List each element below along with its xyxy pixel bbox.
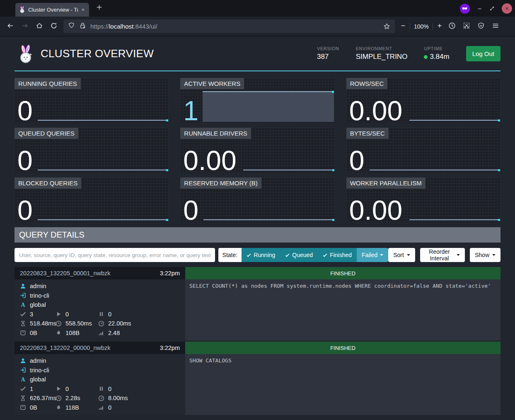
query-row: 20220823_132205_00001_nwbzk 3:22pm admin… <box>15 267 500 340</box>
caret-down-icon <box>380 254 383 256</box>
stat-value: 1 <box>183 97 198 124</box>
completed-splits: 3 <box>30 311 33 318</box>
cumulative-memory: 108B <box>65 330 80 336</box>
running-splits: 0 <box>65 386 69 392</box>
sparkline-filled <box>203 91 334 122</box>
svg-text:A: A <box>21 302 25 308</box>
stat-card-bytes-sec: BYTES/SEC 0 <box>346 128 500 172</box>
window-close-button[interactable] <box>502 3 512 14</box>
url-bar[interactable]: https://localhost:8443/ui/ <box>63 19 395 33</box>
menu-hamburger-button[interactable] <box>492 22 499 31</box>
show-dropdown[interactable]: Show <box>470 248 500 262</box>
back-button[interactable] <box>7 22 14 31</box>
reload-button[interactable] <box>50 22 58 31</box>
shield-icon[interactable] <box>68 22 75 31</box>
stat-value: 0 <box>17 197 33 224</box>
query-status-badge: FINISHED <box>185 267 500 279</box>
query-resource-group: global <box>30 376 46 383</box>
stat-card-queued-queries: QUEUED QUERIES 0 <box>15 128 169 172</box>
state-running-button[interactable]: Running <box>242 248 280 262</box>
tab-close-icon[interactable] <box>81 7 85 12</box>
query-status-badge: FINISHED <box>185 342 500 354</box>
tab-title: Cluster Overview - Trino <box>28 7 78 13</box>
new-tab-button[interactable] <box>96 4 102 10</box>
current-memory-scale-icon <box>20 404 26 410</box>
sparkline <box>38 170 168 170</box>
cumulative-memory-flame-icon <box>56 330 62 336</box>
url-text: https://localhost:8443/ui/ <box>90 23 157 30</box>
history-clock-button[interactable] <box>448 22 456 31</box>
cpu-time: 8.00ms <box>108 395 128 401</box>
caret-down-icon <box>492 254 496 256</box>
stat-card-rows-sec: ROWS/SEC 0.00 <box>346 78 500 123</box>
query-details-header: QUERY DETAILS <box>15 227 500 243</box>
search-input[interactable] <box>15 248 215 262</box>
state-label: State: <box>218 248 242 262</box>
lock-warning-icon[interactable] <box>79 22 86 31</box>
pocket-shield-button[interactable] <box>477 22 485 31</box>
queued-splits: 0 <box>108 386 111 392</box>
window-minimize-button[interactable] <box>477 6 482 11</box>
wall-time: 626.37ms <box>30 395 56 401</box>
current-memory: 0B <box>30 404 37 411</box>
queued-splits-icon <box>98 311 104 317</box>
parallelism: 0 <box>108 404 111 411</box>
state-queued-button[interactable]: Queued <box>280 248 318 262</box>
trino-cluster-overview-page: CLUSTER OVERVIEW VERSION 387 ENVIRONMENT… <box>0 36 515 420</box>
query-source: trino-cli <box>30 292 49 299</box>
sparkline <box>243 170 334 170</box>
screenshot-scissors-button[interactable] <box>463 22 470 31</box>
state-filter-group: State: Running Queued Finished Failed <box>218 248 389 262</box>
query-time: 3:22pm <box>160 345 180 351</box>
query-time: 3:22pm <box>160 270 180 277</box>
stat-card-blocked-queries: BLOCKED QUERIES 0 <box>15 177 169 222</box>
cpu-time-gauge-icon <box>98 395 104 401</box>
sparkline <box>38 219 168 220</box>
query-id-link[interactable]: 20220823_132205_00001_nwbzk <box>20 270 111 277</box>
current-memory: 0B <box>30 330 37 336</box>
query-sql-text: SELECT COUNT(*) as nodes FROM system.run… <box>185 279 500 340</box>
elapsed-time-clock-icon <box>56 320 62 327</box>
current-memory-scale-icon <box>20 330 26 336</box>
svg-text:A: A <box>21 376 25 383</box>
zoom-level-button[interactable]: 100% <box>414 23 429 30</box>
query-list: 20220823_132205_00001_nwbzk 3:22pm admin… <box>15 267 500 415</box>
forward-button[interactable] <box>21 22 29 31</box>
sort-dropdown[interactable]: Sort <box>388 248 415 262</box>
running-splits-icon <box>56 386 62 392</box>
check-icon <box>247 253 251 257</box>
state-finished-button[interactable]: Finished <box>318 248 357 262</box>
browser-tab[interactable]: Cluster Overview - Trino <box>15 3 89 17</box>
query-row: 20220823_132202_00000_nwbzk 3:22pm admin… <box>15 342 500 415</box>
wall-time-hourglass-icon <box>20 320 26 327</box>
browser-toolbar: https://localhost:8443/ui/ 100% <box>0 17 515 36</box>
query-id-link[interactable]: 20220823_132202_00000_nwbzk <box>20 345 111 351</box>
window-maximize-button[interactable] <box>489 6 495 11</box>
home-button[interactable] <box>36 22 43 31</box>
source-login-icon <box>20 292 26 299</box>
logout-button[interactable]: Log Out <box>466 46 500 61</box>
stat-card-active-workers: ACTIVE WORKERS 1 <box>180 78 334 123</box>
cumulative-memory: 118B <box>65 404 79 411</box>
elapsed-time-clock-icon <box>56 395 62 401</box>
zoom-out-button[interactable] <box>400 23 406 30</box>
user-icon <box>20 283 26 289</box>
reorder-interval-dropdown[interactable]: Reorder Interval <box>420 248 465 262</box>
zoom-in-button[interactable] <box>437 23 442 30</box>
caret-down-icon <box>457 254 460 256</box>
stat-value: 0 <box>349 147 365 174</box>
check-icon <box>285 253 290 257</box>
stat-card-runnable-drivers: RUNNABLE DRIVERS 0.00 <box>180 128 334 172</box>
stat-card-running-queries: RUNNING QUERIES 0 <box>15 78 169 123</box>
bookmark-star-icon[interactable] <box>383 23 390 30</box>
completed-splits-icon <box>20 386 26 392</box>
completed-splits: 1 <box>30 386 33 392</box>
state-failed-dropdown[interactable]: Failed <box>357 248 388 262</box>
running-splits: 0 <box>65 311 69 318</box>
resource-group-icon: A <box>20 376 26 383</box>
parallelism-equalizer-icon <box>98 404 104 410</box>
page-title: CLUSTER OVERVIEW <box>41 47 154 60</box>
query-details-panel: admin trino-cli A global 3 <box>15 279 185 340</box>
caret-down-icon <box>407 254 410 256</box>
sparkline <box>409 120 500 121</box>
